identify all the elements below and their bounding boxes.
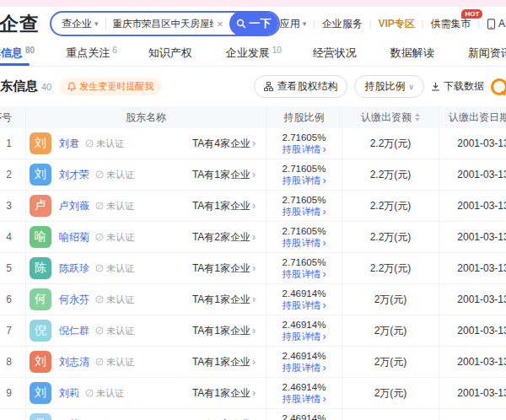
related-companies-link[interactable]: TA有4家企业› bbox=[192, 137, 256, 151]
related-companies-link[interactable]: TA有2家企业› bbox=[192, 230, 256, 245]
holding-detail-link[interactable]: 持股详情› bbox=[283, 331, 326, 342]
ratio-cell: 2.71605% 持股详情› bbox=[266, 191, 342, 221]
no-verify-icon bbox=[95, 233, 104, 241]
shareholder-name-link[interactable]: 刘君 bbox=[59, 137, 79, 151]
row-index: 8 bbox=[0, 347, 25, 377]
holding-detail-link[interactable]: 持股详情› bbox=[283, 394, 326, 405]
no-verify-icon bbox=[95, 358, 104, 366]
change-reminder-button[interactable]: 发生变更时提醒我 bbox=[60, 78, 161, 95]
chevron-down-icon: ▾ bbox=[303, 19, 307, 28]
holding-detail-link[interactable]: 持股详情› bbox=[283, 144, 326, 155]
related-companies-link[interactable]: TA有1家企业› bbox=[192, 386, 256, 401]
shareholders-table: 序号 股东名称 持股比例 认缴出资额 认缴出资日期 1 刘 刘君 未认证 TA bbox=[0, 106, 506, 420]
ratio-cell: 2.71605% 持股详情› bbox=[266, 253, 342, 283]
shareholder-name-link[interactable]: 刘莉 bbox=[59, 386, 79, 401]
header-no: 序号 bbox=[0, 106, 25, 128]
unverified-badge: 未认证 bbox=[85, 387, 124, 400]
shareholder-name-link[interactable]: 陈跃珍 bbox=[59, 261, 89, 276]
avatar: 倪 bbox=[30, 320, 51, 342]
holding-ratio-value: 2.71605% bbox=[283, 132, 326, 143]
chevron-right-icon: › bbox=[252, 169, 256, 180]
tab-key-focus[interactable]: 重点关注6 bbox=[66, 40, 117, 66]
tab-intellectual-property[interactable]: 知识产权 bbox=[148, 40, 195, 66]
shareholder-name-link[interactable]: 倪仁群 bbox=[59, 324, 89, 338]
related-companies-link[interactable]: TA有1家企业› bbox=[192, 261, 256, 276]
related-companies-link[interactable]: TA有1家企业› bbox=[192, 168, 256, 182]
site-logo[interactable]: 爱企查 bbox=[0, 11, 40, 37]
related-companies-link[interactable]: TA有1家企业› bbox=[192, 293, 256, 307]
nav-enterprise-services[interactable]: 企业服务 bbox=[322, 17, 363, 31]
divider bbox=[105, 18, 106, 30]
download-data-button[interactable]: 下载数据 bbox=[431, 79, 484, 94]
nav-vip-zone[interactable]: VIP专区 bbox=[378, 17, 414, 31]
avatar: 何 bbox=[30, 288, 51, 310]
holding-ratio-value: 2.71605% bbox=[283, 164, 326, 175]
shareholder-name-link[interactable]: 刘志清 bbox=[59, 355, 89, 369]
unverified-badge: 未认证 bbox=[95, 293, 134, 306]
promo-banner-sliver bbox=[0, 0, 506, 7]
no-verify-icon bbox=[85, 139, 94, 148]
subscribed-date: 2001-03-13 bbox=[439, 253, 506, 283]
nav-supply-market[interactable]: 供需集市 HOT bbox=[430, 17, 471, 31]
row-index: 6 bbox=[0, 284, 25, 315]
search-button[interactable]: 一下 bbox=[229, 11, 278, 36]
holding-detail-link[interactable]: 持股详情› bbox=[283, 363, 326, 374]
shareholder-name-link[interactable]: 喻绍菊 bbox=[59, 230, 89, 245]
holding-detail-link[interactable]: 持股详情› bbox=[283, 300, 326, 311]
no-verify-icon bbox=[95, 295, 104, 304]
header-date-sortable[interactable]: 认缴出资日期 bbox=[439, 106, 506, 128]
related-companies-link[interactable]: TA有1家企业› bbox=[192, 324, 256, 338]
nav-app-download[interactable]: APP bbox=[487, 18, 506, 30]
clear-icon[interactable]: × bbox=[217, 18, 223, 30]
sort-icon[interactable] bbox=[415, 113, 420, 121]
shareholder-name-link[interactable]: 刘才荣 bbox=[59, 168, 89, 182]
unverified-badge: 未认证 bbox=[95, 169, 134, 181]
subscribed-date: 2001-03-13 bbox=[439, 315, 506, 346]
chevron-right-icon: › bbox=[252, 293, 256, 305]
ratio-cell: 2.71605% 持股详情› bbox=[266, 222, 342, 252]
unverified-badge: 未认证 bbox=[95, 356, 134, 369]
view-equity-structure-button[interactable]: 查看股权结构 bbox=[254, 75, 347, 98]
subscribed-amount: 2万(元) bbox=[342, 284, 439, 315]
related-companies-link[interactable]: TA有1家企业› bbox=[192, 355, 256, 369]
shareholder-cell: 刘 刘君 未认证 TA有4家企业› bbox=[25, 128, 266, 159]
subscribed-amount: 2.2万(元) bbox=[342, 191, 439, 221]
holding-detail-link[interactable]: 持股详情› bbox=[283, 269, 326, 280]
tab-news[interactable]: 新闻资讯 bbox=[468, 40, 506, 66]
chevron-right-icon: › bbox=[323, 331, 326, 342]
shareholder-cell: 喻 喻绍菊 未认证 TA有2家企业› bbox=[25, 222, 266, 252]
search-bar[interactable]: 查企业 ▾ 重庆市荣昌区中天房屋经纪有限公司 × 一下 bbox=[50, 11, 280, 36]
unverified-badge: 未认证 bbox=[85, 137, 124, 150]
shareholder-name-link[interactable]: 何永芬 bbox=[59, 293, 89, 307]
tab-company-development[interactable]: 企业发展10 bbox=[226, 40, 282, 66]
search-category-dropdown[interactable]: 查企业 ▾ bbox=[62, 17, 99, 31]
tab-data-insight[interactable]: 数据解读 bbox=[390, 40, 437, 66]
holding-detail-link[interactable]: 持股详情› bbox=[283, 238, 326, 249]
search-input[interactable]: 重庆市荣昌区中天房屋经纪有限公司 bbox=[113, 18, 214, 30]
unverified-badge: 未认证 bbox=[95, 262, 134, 275]
tab-operating-status[interactable]: 经营状况 bbox=[313, 40, 359, 66]
tab-basic-info[interactable]: 基本信息80 bbox=[0, 40, 35, 66]
nav-apps[interactable]: 应用▾ bbox=[280, 17, 307, 31]
ratio-cell: 2.46914% 持股详情› bbox=[266, 409, 342, 420]
shareholder-name-link[interactable]: 卢刘薇 bbox=[59, 199, 89, 213]
table-row: 4 喻 喻绍菊 未认证 TA有2家企业› 2.71605% 持股详情› 2.2万… bbox=[0, 222, 506, 253]
subscribed-amount: 2.2万(元) bbox=[342, 159, 439, 190]
row-index: 7 bbox=[0, 315, 25, 346]
no-verify-icon bbox=[95, 264, 104, 272]
chevron-right-icon: › bbox=[323, 143, 326, 155]
shareholder-cell: 卢 卢刘薇 未认证 TA有1家企业› bbox=[25, 191, 266, 221]
holding-ratio-filter[interactable]: 持股比例 ∨ bbox=[354, 75, 424, 98]
header-amount-sortable[interactable]: 认缴出资额 bbox=[342, 106, 439, 128]
shareholder-name-link[interactable]: 吴萍 bbox=[59, 417, 79, 420]
shareholder-cell: 刘 刘才荣 未认证 TA有1家企业› bbox=[25, 159, 266, 190]
holding-detail-link[interactable]: 持股详情› bbox=[283, 175, 326, 186]
holding-ratio-value: 2.46914% bbox=[283, 351, 326, 362]
search-category-label: 查企业 bbox=[62, 17, 92, 31]
q-logo-icon bbox=[491, 78, 506, 95]
holding-detail-link[interactable]: 持股详情› bbox=[283, 207, 326, 218]
ratio-cell: 2.46914% 持股详情› bbox=[266, 315, 342, 346]
related-companies-link[interactable]: TA有1家企业› bbox=[192, 417, 256, 420]
subscribed-date: 2001-03-13 bbox=[439, 284, 506, 315]
related-companies-link[interactable]: TA有1家企业› bbox=[192, 199, 256, 213]
